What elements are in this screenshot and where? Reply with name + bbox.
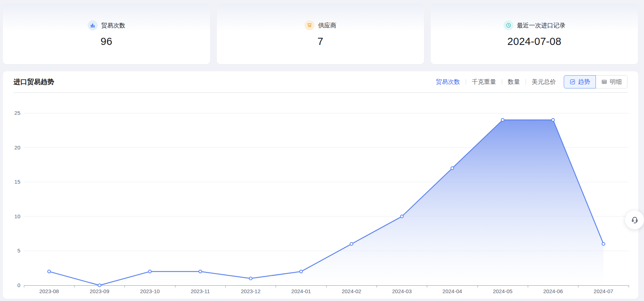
stat-card-value: 96	[101, 36, 112, 47]
metric-tab-quantity[interactable]: 数量	[508, 78, 520, 86]
svg-text:2024-05: 2024-05	[493, 288, 512, 294]
clock-icon	[504, 20, 513, 30]
stat-card-value: 7	[317, 36, 323, 47]
trend-icon	[569, 79, 576, 85]
import-trend-panel: 进口贸易趋势 贸易次数 千克重量 数量 美元总价	[3, 71, 638, 299]
svg-text:2024-03: 2024-03	[392, 288, 412, 294]
svg-text:0: 0	[17, 282, 20, 288]
metric-tab-trade-count[interactable]: 贸易次数	[436, 78, 460, 86]
svg-text:2024-07: 2024-07	[594, 288, 613, 294]
view-toggle: 趋势 明细	[564, 75, 628, 88]
supplier-icon	[305, 20, 315, 30]
panel-controls: 贸易次数 千克重量 数量 美元总价 趋势	[436, 75, 628, 88]
stat-card-label: 供应商	[318, 21, 336, 30]
stat-card-header: 贸易次数	[88, 20, 126, 30]
svg-text:2023-08: 2023-08	[39, 288, 59, 294]
detail-view-label: 明细	[610, 78, 622, 86]
svg-text:2023-09: 2023-09	[90, 288, 109, 294]
metric-tabs: 贸易次数 千克重量 数量 美元总价	[436, 78, 556, 86]
svg-text:2023-12: 2023-12	[241, 288, 260, 294]
tab-separator	[526, 79, 526, 85]
stat-card-header: 最近一次进口记录	[504, 20, 566, 30]
svg-text:2024-04: 2024-04	[443, 288, 462, 294]
stat-card-value: 2024-07-08	[507, 36, 561, 47]
detail-view-button[interactable]: 明细	[596, 75, 628, 88]
stat-card-trade-count: 贸易次数 96	[3, 4, 210, 64]
customer-service-button[interactable]	[625, 210, 644, 229]
chart-area: 05101520252023-082023-092023-102023-1120…	[3, 93, 638, 298]
svg-text:2023-11: 2023-11	[191, 288, 210, 294]
svg-text:20: 20	[14, 144, 20, 150]
svg-text:10: 10	[14, 213, 20, 219]
stat-card-header: 供应商	[305, 20, 336, 30]
svg-text:2024-01: 2024-01	[291, 288, 311, 294]
stat-card-latest-import: 最近一次进口记录 2024-07-08	[431, 4, 638, 64]
metric-tab-usd-total[interactable]: 美元总价	[532, 78, 556, 86]
svg-text:25: 25	[14, 110, 20, 116]
svg-text:15: 15	[14, 179, 20, 185]
stat-card-suppliers: 供应商 7	[217, 4, 424, 64]
svg-text:2023-10: 2023-10	[140, 288, 160, 294]
stat-card-label: 贸易次数	[101, 21, 126, 30]
panel-header: 进口贸易趋势 贸易次数 千克重量 数量 美元总价	[3, 71, 638, 92]
svg-text:2024-06: 2024-06	[543, 288, 563, 294]
svg-text:5: 5	[17, 248, 20, 254]
trend-chart[interactable]: 05101520252023-082023-092023-102023-1120…	[3, 93, 638, 298]
stat-card-label: 最近一次进口记录	[517, 21, 566, 30]
trend-view-button[interactable]: 趋势	[564, 75, 596, 88]
table-icon	[601, 79, 607, 85]
trend-view-label: 趋势	[578, 78, 590, 86]
panel-title: 进口贸易趋势	[14, 77, 54, 87]
tab-separator	[502, 79, 502, 85]
headset-icon	[630, 215, 639, 225]
svg-text:2024-02: 2024-02	[342, 288, 361, 294]
metric-tab-kg-weight[interactable]: 千克重量	[472, 78, 496, 86]
bar-chart-icon	[88, 20, 98, 30]
stat-cards-row: 贸易次数 96 供应商 7	[0, 0, 644, 64]
tab-separator	[466, 79, 466, 85]
